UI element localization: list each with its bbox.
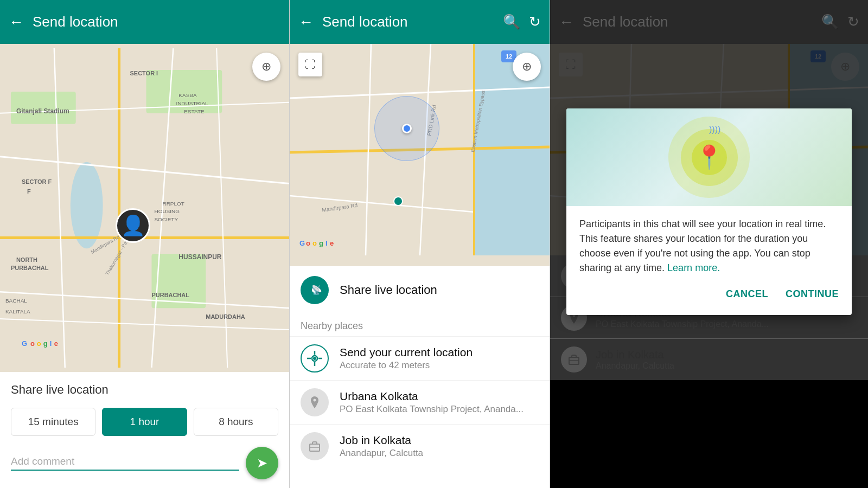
current-loc-sub: Accurate to 42 meters xyxy=(340,360,473,371)
svg-text:SOCIETY: SOCIETY xyxy=(154,216,178,222)
live-location-label: Share live location xyxy=(340,283,437,297)
panel-send-location-2: ← Send location 🔍 ↻ PRD Link Rd Eastern … xyxy=(290,0,550,488)
current-location-row[interactable]: Send your current location Accurate to 4… xyxy=(290,336,550,380)
svg-text:l: l xyxy=(326,239,328,247)
svg-text:o: o xyxy=(37,339,41,348)
svg-text:PURBACHAL: PURBACHAL xyxy=(151,292,189,298)
svg-text:PURBACHAL: PURBACHAL xyxy=(11,265,49,271)
urbana-row[interactable]: Urbana Kolkata PO East Kolkata Township … xyxy=(290,380,550,424)
job-sub: Anandapur, Calcutta xyxy=(340,448,423,459)
svg-text:o: o xyxy=(312,239,317,247)
svg-point-53 xyxy=(394,197,403,206)
svg-rect-40 xyxy=(474,44,550,255)
panel-send-location-1: ← Send location Gitanjali Stadium SE xyxy=(0,0,290,488)
duration-selector: 15 minutes 1 hour 8 hours xyxy=(11,408,278,436)
dialog-actions: CANCEL CONTINUE xyxy=(579,288,839,304)
current-loc-name: Send your current location xyxy=(340,346,473,359)
header-2: ← Send location 🔍 ↻ xyxy=(290,0,550,44)
send-button[interactable]: ➤ xyxy=(246,447,278,479)
search-icon-2[interactable]: 🔍 xyxy=(503,14,520,30)
user-avatar: 👤 xyxy=(116,208,150,243)
panel-send-location-3: ← Send location 🔍 ↻ 12 ⊕ ⛶ xyxy=(550,0,868,488)
svg-text:NORTH: NORTH xyxy=(16,256,37,263)
my-location-button-2[interactable]: ⊕ xyxy=(513,53,541,81)
map-1: Gitanjali Stadium SECTOR I KASBA INDUSTR… xyxy=(0,44,289,372)
live-location-icon: 📡 xyxy=(301,276,329,304)
nearby-label: Nearby places xyxy=(290,314,550,336)
title-1: Send location xyxy=(33,14,280,30)
learn-more-link[interactable]: Learn more. xyxy=(667,262,720,273)
current-location-icon xyxy=(301,344,329,373)
svg-text:RRPLOT: RRPLOT xyxy=(162,201,184,207)
urbana-name: Urbana Kolkata xyxy=(340,390,524,403)
expand-button[interactable]: ⛶ xyxy=(298,53,322,76)
svg-text:l: l xyxy=(50,339,52,348)
back-button-1[interactable]: ← xyxy=(9,14,24,31)
continue-button[interactable]: CONTINUE xyxy=(786,288,839,300)
cancel-button[interactable]: CANCEL xyxy=(726,288,768,300)
share-live-dialog: 📍 )))) Participants in this chat will se… xyxy=(566,108,852,315)
my-location-button-1[interactable]: ⊕ xyxy=(252,53,280,81)
svg-text:SECTOR F: SECTOR F xyxy=(22,178,52,185)
svg-text:o: o xyxy=(306,239,310,247)
urbana-icon xyxy=(301,388,329,416)
dialog-illustration-area: 📍 )))) xyxy=(566,108,852,206)
svg-text:G: G xyxy=(299,239,305,247)
svg-text:ESTATE: ESTATE xyxy=(184,108,205,114)
svg-text:o: o xyxy=(30,339,35,348)
svg-text:BACHAL: BACHAL xyxy=(5,298,27,304)
job-icon xyxy=(301,432,329,460)
duration-15min[interactable]: 15 minutes xyxy=(11,408,95,436)
svg-text:HUSSAINPUR: HUSSAINPUR xyxy=(178,253,221,261)
duration-8hours[interactable]: 8 hours xyxy=(194,408,278,436)
svg-text:KALITALA: KALITALA xyxy=(5,309,30,314)
accuracy-circle xyxy=(374,96,439,161)
comment-input[interactable] xyxy=(11,455,239,467)
svg-point-68 xyxy=(313,357,316,360)
comment-row: ➤ xyxy=(11,447,278,479)
svg-text:G: G xyxy=(22,339,27,348)
location-dot xyxy=(402,124,412,133)
svg-text:F: F xyxy=(27,188,31,195)
share-live-title: Share live location xyxy=(11,383,278,397)
svg-text:HOUSING: HOUSING xyxy=(154,208,180,214)
job-name: Job in Kolkata xyxy=(340,434,423,447)
header-1: ← Send location xyxy=(0,0,289,44)
job-row[interactable]: Job in Kolkata Anandapur, Calcutta xyxy=(290,424,550,468)
svg-text:INDUSTRIAL: INDUSTRIAL xyxy=(176,100,208,106)
urbana-sub: PO East Kolkata Township Project, Ananda… xyxy=(340,404,524,415)
svg-text:KASBA: KASBA xyxy=(178,92,197,98)
dialog-text: Participants in this chat will see your … xyxy=(579,217,839,275)
svg-text:g: g xyxy=(319,239,323,247)
share-live-row[interactable]: 📡 Share live location xyxy=(290,266,550,314)
svg-text:g: g xyxy=(43,339,48,348)
send-icon: ➤ xyxy=(257,455,267,471)
share-live-panel: Share live location 15 minutes 1 hour 8 … xyxy=(0,372,289,488)
svg-text:SECTOR I: SECTOR I xyxy=(130,70,158,76)
back-button-2[interactable]: ← xyxy=(298,14,314,31)
svg-text:e: e xyxy=(330,239,334,247)
svg-text:📡: 📡 xyxy=(311,285,322,295)
duration-1hour[interactable]: 1 hour xyxy=(102,408,187,436)
svg-text:12: 12 xyxy=(506,53,512,60)
svg-point-1 xyxy=(71,162,103,249)
svg-rect-4 xyxy=(151,254,206,308)
map-2: PRD Link Rd Eastern Metropolitan Bypass … xyxy=(290,44,550,266)
title-2: Send location xyxy=(322,14,494,30)
panel-3-content: ← Send location 🔍 ↻ 12 ⊕ ⛶ xyxy=(550,0,868,488)
svg-text:MADURDAHA: MADURDAHA xyxy=(206,313,245,320)
svg-text:Gitanjali Stadium: Gitanjali Stadium xyxy=(16,107,69,115)
refresh-icon-2[interactable]: ↻ xyxy=(529,14,541,30)
svg-text:e: e xyxy=(54,339,58,348)
place-list: 📡 Share live location Nearby places Send… xyxy=(290,266,550,489)
